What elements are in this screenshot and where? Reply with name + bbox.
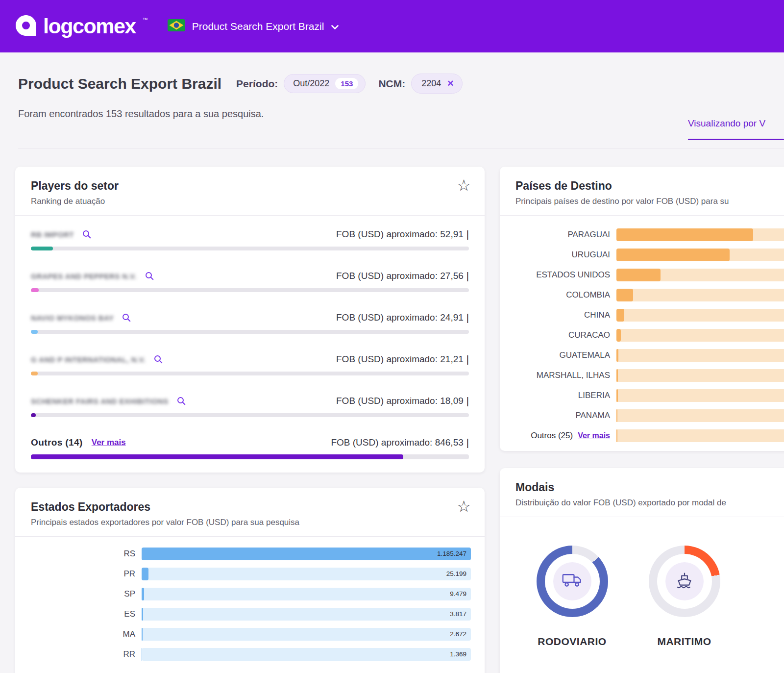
state-bar-fill (142, 608, 143, 621)
results-count-text: Foram encontrados 153 resultados para a … (18, 108, 264, 120)
player-name-blurred: NAVIO MYKONOS BAY (31, 314, 114, 322)
paises-de-destino-card: Países de Destino Principais países de d… (500, 167, 784, 451)
outros-row: Outros (14) Ver mais FOB (USD) aproximad… (31, 437, 469, 459)
modais-card-subtitle: Distribuição do valor FOB (USD) exportad… (515, 498, 784, 508)
maritimo-label: MARITIMO (632, 636, 737, 648)
state-label: SP (15, 589, 142, 599)
page-header: Product Search Export Brazil Período: Ou… (18, 74, 463, 94)
country-bar-fill (616, 289, 633, 301)
fob-prefix: FOB (USD) aproximado: (336, 229, 438, 239)
search-icon[interactable] (153, 354, 163, 364)
fob-prefix: FOB (USD) aproximado: (336, 354, 438, 364)
country-bar-track (616, 389, 784, 402)
state-bar-fill (142, 628, 143, 641)
donut-core (553, 562, 591, 600)
country-bar-track (616, 409, 784, 422)
state-bar-track: 1.185.247 (142, 548, 471, 560)
chevron-down-icon (331, 21, 339, 32)
workspace-selector[interactable]: Product Search Export Brazil (168, 19, 340, 34)
truck-icon (562, 572, 583, 590)
country-row: CURACAO (500, 329, 784, 342)
country-bar-fill (616, 269, 661, 281)
country-row: ESTADOS UNIDOS (500, 269, 784, 281)
country-bar-track (616, 429, 784, 442)
fob-value: 846,53 (435, 437, 464, 448)
country-bar-fill (616, 309, 624, 322)
state-bar-fill (142, 568, 148, 580)
country-bar-track (616, 349, 784, 362)
state-bar-track: 1.369 (142, 648, 471, 661)
favorite-star-icon[interactable]: ☆ (457, 177, 471, 193)
outros-bar-fill (31, 454, 403, 459)
player-name-blurred: GRAPES AND PEPPERS N.V. (31, 272, 137, 280)
country-bar-fill (616, 429, 617, 442)
periodo-value: Out/2022 (293, 78, 329, 89)
country-bar-fill (616, 228, 753, 241)
search-icon[interactable] (176, 396, 186, 406)
country-bar-track (616, 269, 784, 281)
logcomex-logo[interactable]: logcomex ™ (15, 14, 147, 39)
outros-bar-track (31, 454, 469, 459)
favorite-star-icon[interactable]: ☆ (457, 499, 471, 514)
player-row: GRAPES AND PEPPERS N.V. FOB (USD) aproxi… (31, 270, 469, 292)
periodo-label: Período: (236, 78, 278, 90)
ver-mais-link[interactable]: Ver mais (92, 438, 126, 448)
state-bar-fill (142, 648, 142, 661)
player-bar-fill (31, 372, 38, 375)
search-icon[interactable] (122, 313, 131, 323)
country-row: COLOMBIA (500, 289, 784, 301)
player-bar-fill (31, 413, 36, 417)
fob-value: 21,21 (440, 354, 464, 364)
state-label: RS (15, 549, 142, 559)
player-bar-track (31, 288, 469, 292)
ncm-filter-pill[interactable]: 2204 ✕ (411, 74, 462, 94)
logo-text: logcomex (43, 16, 136, 37)
state-value: 1.185.247 (437, 548, 466, 560)
country-bar-track (616, 228, 784, 241)
modal-rodoviario: RODOVIARIO (519, 546, 625, 648)
state-label: RR (15, 649, 142, 659)
logo-trademark: ™ (143, 17, 148, 23)
fob-value: 27,56 (440, 271, 464, 281)
country-label: URUGUAI (500, 250, 616, 260)
country-label: PARAGUAI (500, 230, 616, 240)
state-value: 3.817 (450, 608, 466, 621)
ver-mais-link[interactable]: Ver mais (578, 431, 610, 440)
remove-ncm-filter-icon[interactable]: ✕ (447, 79, 454, 88)
search-icon[interactable] (82, 229, 92, 239)
player-name-blurred: RB IMPORT (31, 230, 74, 239)
country-bar-track (616, 309, 784, 322)
state-value: 9.479 (450, 588, 466, 600)
country-label: GUATEMALA (500, 350, 616, 360)
player-row: RB IMPORT FOB (USD) aproximado: 52,91 | (31, 228, 469, 250)
tab-visualizando-por-valor[interactable]: Visualizando por V (688, 118, 765, 129)
player-row: SCHENKER FAIRS AND EXHIBITIONS FOB (USD)… (31, 395, 469, 417)
state-row: ES 3.817 (15, 608, 471, 621)
state-label: ES (15, 609, 142, 619)
periodo-count-badge: 153 (335, 78, 358, 89)
country-row: URUGUAI (500, 249, 784, 261)
state-label: MA (15, 629, 142, 639)
outros-label: Outros (25) (531, 431, 573, 441)
state-value: 2.672 (450, 628, 466, 641)
country-row: GUATEMALA (500, 349, 784, 362)
fob-separator: | (466, 312, 469, 324)
fob-prefix: FOB (USD) aproximado: (336, 396, 438, 406)
player-bar-fill (31, 330, 38, 334)
player-name-blurred: G AND P INTERNATIONAL, N.V. (31, 355, 146, 364)
player-row: NAVIO MYKONOS BAY FOB (USD) aproximado: … (31, 312, 469, 334)
country-row: PANAMA (500, 409, 784, 422)
periodo-filter-pill[interactable]: Out/2022 153 (284, 74, 366, 93)
tab-active-underline (688, 139, 784, 140)
fob-separator: | (466, 271, 469, 282)
paises-card-subtitle: Principais países de destino por valor F… (515, 197, 784, 206)
country-label: CHINA (500, 310, 616, 320)
outros-label: Outros (14) (31, 437, 83, 448)
search-icon[interactable] (145, 271, 154, 281)
country-bar-fill (616, 389, 618, 402)
state-bar-track: 9.479 (142, 588, 471, 600)
fob-separator: | (466, 229, 469, 240)
estados-card-subtitle: Principais estados exportadores por valo… (31, 518, 469, 527)
state-bar-fill (142, 548, 471, 560)
topbar: logcomex ™ Product Search Export Brazil (0, 0, 784, 52)
